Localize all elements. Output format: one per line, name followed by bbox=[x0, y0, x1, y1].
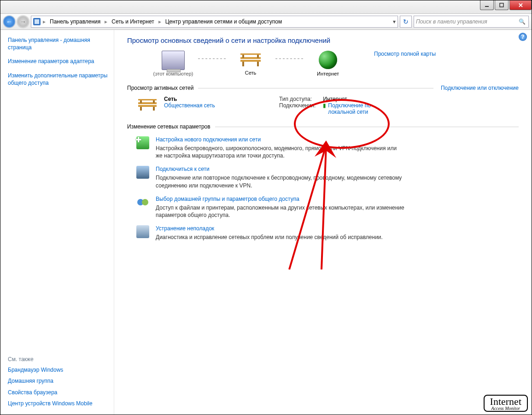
breadcrumb-item[interactable]: Панель управления bbox=[48, 18, 102, 26]
active-network-row: Сеть Общественная сеть Тип доступа: Подк… bbox=[127, 96, 519, 115]
sidebar-link-sharing[interactable]: Изменить дополнительные параметры общего… bbox=[8, 72, 109, 87]
svg-rect-10 bbox=[138, 105, 157, 107]
task-desc: Подключение или повторное подключение к … bbox=[156, 174, 404, 189]
chevron-right-icon: ▸ bbox=[103, 18, 109, 25]
access-type-value: Интернет bbox=[323, 96, 387, 102]
view-full-map-link[interactable]: Просмотр полной карты bbox=[374, 51, 436, 57]
sidebar-seealso-browser[interactable]: Свойства браузера bbox=[8, 389, 109, 396]
task-connect-network[interactable]: Подключиться к сети Подключение или повт… bbox=[136, 166, 519, 189]
internet-node-caption: Интернет bbox=[317, 71, 339, 76]
computer-icon bbox=[162, 51, 185, 70]
divider bbox=[198, 88, 433, 88]
connections-label: Подключения: bbox=[279, 102, 316, 109]
troubleshoot-icon bbox=[136, 225, 149, 238]
svg-rect-0 bbox=[485, 6, 489, 7]
task-new-connection[interactable]: ✚ Настройка нового подключения или сети … bbox=[136, 136, 519, 159]
watermark-subtitle: Access Monitor bbox=[490, 406, 521, 410]
task-title: Устранение неполадок bbox=[156, 225, 383, 232]
chevron-right-icon: ▸ bbox=[157, 18, 163, 25]
task-title: Выбор домашней группы и параметров общег… bbox=[156, 196, 404, 202]
breadcrumb-item[interactable]: Центр управления сетями и общим доступом bbox=[164, 18, 284, 26]
watermark-logo: Internet Access Monitor bbox=[484, 395, 528, 412]
task-homegroup[interactable]: Выбор домашней группы и параметров общег… bbox=[136, 196, 519, 219]
window-titlebar: ✕ bbox=[0, 0, 532, 14]
svg-rect-3 bbox=[240, 60, 261, 62]
refresh-button[interactable]: ↻ bbox=[400, 16, 412, 28]
task-desc: Доступ к файлам и принтерам, расположенн… bbox=[156, 204, 404, 219]
maximize-button[interactable] bbox=[495, 0, 509, 10]
controlpanel-icon bbox=[33, 18, 41, 25]
svg-rect-5 bbox=[257, 62, 259, 66]
sidebar-home[interactable]: Панель управления - домашняя страница bbox=[8, 36, 109, 51]
new-connection-icon: ✚ bbox=[136, 136, 149, 149]
svg-rect-12 bbox=[153, 107, 155, 111]
active-networks-header: Просмотр активных сетей bbox=[127, 85, 193, 91]
svg-rect-4 bbox=[242, 62, 244, 66]
task-title: Подключиться к сети bbox=[156, 166, 404, 172]
divider bbox=[215, 127, 519, 127]
svg-rect-11 bbox=[140, 107, 142, 111]
minimize-button[interactable] bbox=[480, 0, 494, 10]
connect-network-icon bbox=[136, 166, 149, 179]
close-button[interactable]: ✕ bbox=[509, 0, 532, 10]
page-title: Просмотр основных сведений о сети и наст… bbox=[127, 36, 519, 44]
task-desc: Диагностика и исправление сетевых пробле… bbox=[156, 234, 383, 241]
ethernet-icon: ▮ bbox=[323, 102, 326, 115]
sidebar-seealso-homegroup[interactable]: Домашняя группа bbox=[8, 377, 109, 385]
local-connection-link[interactable]: Подключение по локальной сети bbox=[328, 102, 387, 115]
connection-line-icon bbox=[275, 58, 303, 59]
search-placeholder: Поиск в панели управления bbox=[416, 18, 487, 25]
help-icon[interactable]: ? bbox=[519, 33, 527, 41]
breadcrumb[interactable]: ▸ Панель управления ▸ Сеть и Интернет ▸ … bbox=[31, 16, 398, 28]
sidebar-seealso-mobile[interactable]: Центр устройств Windows Mobile bbox=[8, 400, 109, 407]
access-type-label: Тип доступа: bbox=[279, 96, 316, 102]
task-title: Настройка нового подключения или сети bbox=[156, 136, 404, 143]
svg-rect-8 bbox=[240, 53, 261, 55]
network-map: (этот компьютер) Сеть bbox=[146, 51, 356, 76]
network-name: Сеть bbox=[164, 96, 279, 102]
connect-disconnect-link[interactable]: Подключение или отключение bbox=[441, 85, 519, 91]
navigation-bar: ← → ▸ Панель управления ▸ Сеть и Интерне… bbox=[0, 14, 532, 30]
network-type-link[interactable]: Общественная сеть bbox=[164, 102, 279, 109]
change-settings-header: Изменение сетевых параметров bbox=[127, 123, 210, 130]
globe-icon bbox=[319, 51, 337, 69]
bench-icon bbox=[136, 98, 158, 111]
connection-line-icon bbox=[198, 58, 226, 59]
search-input[interactable]: Поиск в панели управления 🔍 bbox=[414, 16, 529, 28]
svg-rect-15 bbox=[138, 99, 157, 100]
svg-rect-1 bbox=[500, 3, 503, 7]
bench-icon bbox=[238, 52, 263, 68]
chevron-right-icon: ▸ bbox=[41, 18, 47, 25]
task-troubleshoot[interactable]: Устранение неполадок Диагностика и испра… bbox=[136, 225, 519, 241]
sidebar-link-adapter[interactable]: Изменение параметров адаптера bbox=[8, 58, 109, 65]
svg-point-17 bbox=[142, 199, 148, 205]
breadcrumb-item[interactable]: Сеть и Интернет bbox=[110, 18, 156, 26]
forward-button[interactable]: → bbox=[17, 16, 29, 28]
task-desc: Настройка беспроводного, широкополосного… bbox=[156, 145, 404, 159]
homegroup-icon bbox=[136, 196, 149, 209]
sidebar-seealso-firewall[interactable]: Брандмауэр Windows bbox=[8, 366, 109, 374]
sidebar: Панель управления - домашняя страница Из… bbox=[0, 30, 114, 415]
network-node-caption: Сеть bbox=[245, 70, 256, 76]
main-content: ? Просмотр основных сведений о сети и на… bbox=[114, 30, 532, 415]
back-button[interactable]: ← bbox=[3, 16, 15, 28]
chevron-down-icon[interactable]: ▾ bbox=[393, 18, 396, 25]
sidebar-seealso-header: См. также bbox=[8, 356, 109, 362]
search-icon: 🔍 bbox=[519, 18, 526, 25]
